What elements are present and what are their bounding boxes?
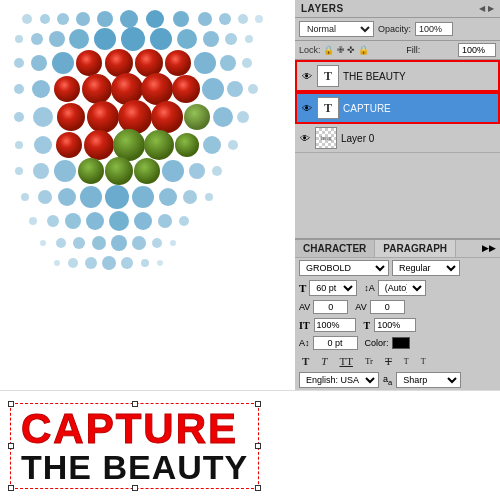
svg-point-61 xyxy=(15,167,23,175)
baseline-icon: A↕ xyxy=(299,338,310,348)
thumb-0: img xyxy=(315,127,337,149)
handle-bottom-right[interactable] xyxy=(255,485,261,491)
svg-point-38 xyxy=(141,73,173,105)
svg-point-33 xyxy=(14,84,24,94)
layer-item-beauty[interactable]: 👁 T THE BEAUTY xyxy=(295,60,500,92)
handle-bottom-left[interactable] xyxy=(8,485,14,491)
paragraph-tab[interactable]: PARAGRAPH xyxy=(375,240,456,257)
size-select[interactable]: 60 pt xyxy=(309,280,357,296)
handle-top-mid[interactable] xyxy=(132,401,138,407)
layer-item-0[interactable]: 👁 img Layer 0 xyxy=(295,124,500,153)
handle-mid-right[interactable] xyxy=(255,443,261,449)
tt-btn-5[interactable]: T xyxy=(382,354,395,368)
svg-point-52 xyxy=(15,141,23,149)
kerning-input[interactable] xyxy=(313,300,348,314)
svg-point-59 xyxy=(203,136,221,154)
svg-point-13 xyxy=(31,33,43,45)
svg-point-39 xyxy=(172,75,200,103)
svg-point-41 xyxy=(227,81,243,97)
panel-expand-icon[interactable]: ◀ xyxy=(479,4,485,13)
svg-point-42 xyxy=(248,84,258,94)
svg-point-34 xyxy=(32,80,50,98)
eye-icon-capture[interactable]: 👁 xyxy=(301,102,313,114)
svg-point-77 xyxy=(183,190,197,204)
svg-point-7 xyxy=(173,11,189,27)
svg-point-10 xyxy=(238,14,248,24)
language-select[interactable]: English: USA xyxy=(299,372,379,388)
svg-point-46 xyxy=(87,101,119,133)
svg-point-14 xyxy=(49,31,65,47)
svg-point-18 xyxy=(150,28,172,50)
svg-point-48 xyxy=(151,101,183,133)
antialiasing-select[interactable]: Sharp Crisp Strong Smooth xyxy=(396,372,461,388)
tt-btn-4[interactable]: Tr xyxy=(362,355,376,367)
svg-point-44 xyxy=(33,107,53,127)
scale-v-icon: IT xyxy=(299,320,310,331)
tt-btn-3[interactable]: TT xyxy=(336,354,355,368)
font-select[interactable]: GROBOLD xyxy=(299,260,389,276)
eye-icon-beauty[interactable]: 👁 xyxy=(301,70,313,82)
svg-point-75 xyxy=(132,186,154,208)
svg-point-6 xyxy=(146,10,164,28)
leading-select[interactable]: (Auto) xyxy=(378,280,426,296)
svg-point-88 xyxy=(56,238,66,248)
svg-point-97 xyxy=(85,257,97,269)
svg-point-94 xyxy=(170,240,176,246)
tt-btn-6[interactable]: T xyxy=(401,356,412,367)
svg-point-53 xyxy=(34,136,52,154)
svg-point-84 xyxy=(134,212,152,230)
scale-h-input[interactable] xyxy=(374,318,416,332)
tt-btn-7[interactable]: T xyxy=(418,356,429,367)
svg-point-31 xyxy=(220,55,236,71)
baseline-row: A↕ Color: xyxy=(295,334,500,352)
style-select[interactable]: Regular xyxy=(392,260,460,276)
handle-top-right[interactable] xyxy=(255,401,261,407)
layer-item-capture[interactable]: 👁 T CAPTURE xyxy=(295,92,500,124)
svg-point-22 xyxy=(245,35,253,43)
svg-point-73 xyxy=(80,186,102,208)
dot-grid xyxy=(5,5,285,300)
scale-h-icon: T xyxy=(364,320,371,331)
svg-point-83 xyxy=(109,211,129,231)
opacity-input[interactable]: 100% xyxy=(415,22,453,36)
svg-point-98 xyxy=(102,256,116,270)
char-panel-menu[interactable]: ▶▶ xyxy=(478,240,500,257)
tt-btn-2[interactable]: T xyxy=(318,354,330,368)
svg-point-66 xyxy=(134,158,160,184)
panel-menu-icon[interactable]: ▶ xyxy=(488,4,494,13)
tracking-input[interactable] xyxy=(370,300,405,314)
svg-point-26 xyxy=(76,50,102,76)
handle-bottom-mid[interactable] xyxy=(132,485,138,491)
text-selection-box: Capture The Beauty xyxy=(10,403,259,489)
svg-point-101 xyxy=(157,260,163,266)
svg-point-30 xyxy=(194,52,216,74)
svg-point-21 xyxy=(225,33,237,45)
size-icon: T xyxy=(299,282,306,294)
eye-icon-0[interactable]: 👁 xyxy=(299,132,311,144)
fill-input[interactable] xyxy=(458,43,496,57)
baseline-input[interactable] xyxy=(313,336,358,350)
svg-point-74 xyxy=(105,185,129,209)
svg-point-79 xyxy=(29,217,37,225)
svg-point-96 xyxy=(68,258,78,268)
svg-point-16 xyxy=(94,28,116,50)
character-tab[interactable]: CHARACTER xyxy=(295,240,375,257)
handle-mid-left[interactable] xyxy=(8,443,14,449)
layers-controls: ◀ ▶ xyxy=(479,4,494,13)
color-swatch[interactable] xyxy=(392,337,410,349)
svg-point-20 xyxy=(203,31,219,47)
scale-v-input[interactable] xyxy=(314,318,356,332)
blend-mode-select[interactable]: Normal Multiply Screen xyxy=(299,21,374,37)
svg-point-82 xyxy=(86,212,104,230)
svg-point-37 xyxy=(111,73,143,105)
layer-name-beauty: THE BEAUTY xyxy=(343,71,406,82)
tt-btn-1[interactable]: T xyxy=(299,354,312,368)
svg-point-23 xyxy=(14,58,24,68)
handle-top-left[interactable] xyxy=(8,401,14,407)
svg-point-56 xyxy=(113,129,145,161)
text-beauty-display: The Beauty xyxy=(21,450,248,484)
svg-point-8 xyxy=(198,12,212,26)
svg-point-76 xyxy=(159,188,177,206)
svg-point-89 xyxy=(73,237,85,249)
svg-point-50 xyxy=(213,107,233,127)
